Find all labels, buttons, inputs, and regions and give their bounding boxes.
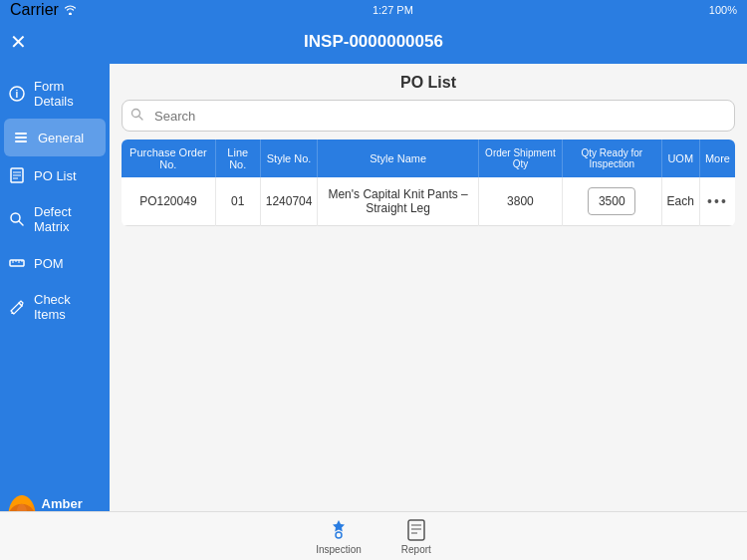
col-order-shipment-qty: Order Shipment Qty: [478, 140, 562, 177]
info-icon: i: [8, 85, 26, 103]
svg-rect-2: [15, 133, 27, 135]
cell-qty-ready[interactable]: [563, 177, 661, 226]
cell-style-name: Men's Capital Knit Pants – Straight Leg: [318, 177, 478, 226]
carrier-text: Carrier: [10, 1, 59, 19]
svg-line-10: [19, 221, 23, 225]
qty-ready-input[interactable]: [588, 187, 635, 215]
grid-icon: [12, 129, 30, 146]
content-area: PO List Purchase Order No. Line No. Styl…: [110, 64, 747, 560]
col-style-no: Style No.: [260, 140, 318, 177]
main-layout: i Form Details General PO List Defect Ma…: [0, 64, 747, 560]
tab-inspection[interactable]: Inspection: [316, 518, 362, 555]
po-list-table: Purchase Order No. Line No. Style No. St…: [122, 140, 735, 226]
search-icon: [8, 210, 26, 228]
cell-line-no: 01: [215, 177, 260, 226]
sidebar-item-label: PO List: [34, 168, 77, 183]
report-icon: [404, 518, 428, 542]
col-purchase-order-no: Purchase Order No.: [122, 140, 215, 177]
cell-style-no: 1240704: [260, 177, 318, 226]
tab-inspection-label: Inspection: [316, 544, 362, 555]
svg-line-20: [139, 117, 142, 120]
sidebar-item-label: Form Details: [34, 79, 102, 109]
tab-bar: Inspection Report: [0, 511, 747, 560]
inspection-icon: [327, 518, 351, 542]
cell-order-shipment-qty: 3800: [478, 177, 562, 226]
ruler-icon: [8, 254, 26, 272]
sidebar-item-label: Check Items: [34, 292, 102, 322]
sidebar-item-label: General: [38, 131, 84, 145]
col-style-name: Style Name: [318, 140, 478, 177]
battery-text: 100%: [709, 4, 737, 16]
col-more: More: [699, 140, 735, 177]
status-carrier: Carrier: [10, 1, 77, 19]
sidebar: i Form Details General PO List Defect Ma…: [0, 64, 110, 560]
cell-uom: Each: [661, 177, 699, 226]
tab-report[interactable]: Report: [401, 518, 431, 555]
sidebar-item-po-list[interactable]: PO List: [0, 156, 110, 194]
col-line-no: Line No.: [215, 140, 260, 177]
status-bar: Carrier 1:27 PM 100%: [0, 0, 747, 20]
header-title: INSP-0000000056: [304, 32, 443, 52]
tab-report-label: Report: [401, 544, 431, 555]
col-uom: UOM: [661, 140, 699, 177]
svg-rect-4: [15, 140, 27, 142]
document-icon: [8, 166, 26, 184]
col-qty-ready: Qty Ready for Inspection: [563, 140, 661, 177]
more-button[interactable]: •••: [707, 193, 728, 209]
po-list-table-container: Purchase Order No. Line No. Style No. St…: [122, 140, 735, 560]
cell-more[interactable]: •••: [699, 177, 735, 226]
svg-rect-3: [15, 137, 27, 139]
sidebar-item-label: Defect Matrix: [34, 204, 102, 234]
cell-purchase-order-no: PO120049: [122, 177, 215, 226]
search-bar-icon: [130, 108, 143, 124]
table-row: PO120049 01 1240704 Men's Capital Knit P…: [122, 177, 735, 226]
sidebar-item-label: POM: [34, 256, 64, 271]
sidebar-item-defect-matrix[interactable]: Defect Matrix: [0, 194, 110, 244]
search-bar: [122, 100, 735, 132]
sidebar-item-form-details[interactable]: i Form Details: [0, 69, 110, 119]
svg-point-21: [336, 532, 342, 538]
wifi-icon: [64, 1, 77, 19]
sidebar-item-check-items[interactable]: Check Items: [0, 282, 110, 332]
svg-point-19: [132, 110, 140, 118]
header: ✕ INSP-0000000056: [0, 20, 747, 64]
content-title: PO List: [110, 64, 747, 100]
svg-rect-22: [408, 520, 424, 540]
pencil-icon: [8, 298, 26, 316]
table-header-row: Purchase Order No. Line No. Style No. St…: [122, 140, 735, 177]
svg-text:i: i: [16, 89, 19, 100]
sidebar-item-pom[interactable]: POM: [0, 244, 110, 282]
close-button[interactable]: ✕: [10, 30, 27, 54]
status-time: 1:27 PM: [373, 4, 413, 16]
search-input[interactable]: [122, 100, 735, 132]
sidebar-item-general[interactable]: General: [4, 119, 106, 156]
